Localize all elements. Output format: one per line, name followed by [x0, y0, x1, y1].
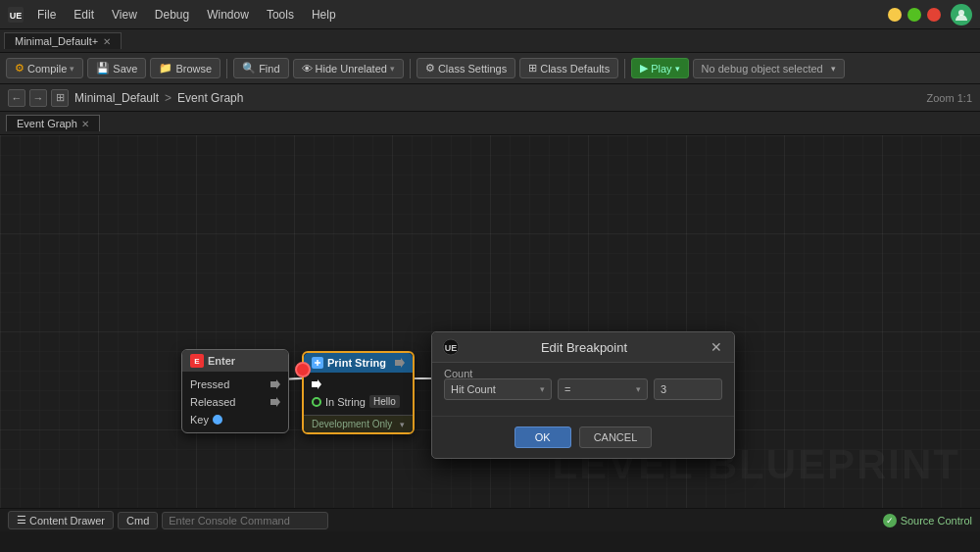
svg-text:UE: UE: [10, 11, 23, 21]
condition-chevron-icon: ▾: [540, 384, 545, 394]
pressed-label: Pressed: [190, 378, 229, 390]
print-string-title: Print String: [327, 357, 386, 369]
source-control-indicator[interactable]: ✓ Source Control: [883, 514, 972, 527]
forward-button[interactable]: →: [29, 89, 47, 107]
in-string-pin-dot: [312, 397, 321, 407]
operator-selected-label: =: [564, 383, 570, 395]
back-button[interactable]: ←: [8, 89, 25, 107]
app-icon: UE: [8, 7, 24, 23]
enter-node-header: E Enter: [182, 350, 288, 372]
breadcrumb-segment-1[interactable]: Minimal_Default: [74, 91, 159, 105]
browse-icon: 📁: [159, 62, 172, 75]
value-input[interactable]: [654, 378, 722, 400]
debug-object-select[interactable]: No debug object selected ▾: [693, 59, 845, 78]
menu-window[interactable]: Window: [199, 6, 257, 24]
breadcrumb-nav: ← → ⊞: [8, 89, 69, 107]
tab-close-button[interactable]: ✕: [103, 36, 111, 47]
console-command-input[interactable]: [162, 512, 328, 529]
operator-chevron-icon: ▾: [636, 384, 641, 394]
print-exec-out-pin: [395, 358, 405, 368]
released-pin-arrow: [270, 397, 280, 407]
tab-label: Minimal_Default+: [15, 35, 98, 47]
in-string-label: In String: [325, 396, 366, 408]
close-button[interactable]: [927, 8, 941, 22]
play-button[interactable]: ▶ Play ▾: [631, 58, 688, 78]
dialog-body: Hit Count ▾ = ▾: [432, 363, 734, 416]
graph-area[interactable]: E Enter Pressed Released Key Print Strin…: [0, 135, 980, 508]
enter-node[interactable]: E Enter Pressed Released Key: [181, 349, 289, 433]
save-label: Save: [113, 63, 137, 75]
compile-button[interactable]: ⚙ Compile ▾: [6, 58, 83, 78]
find-button[interactable]: 🔍 Find: [233, 58, 288, 78]
tab-minimal-default[interactable]: Minimal_Default+ ✕: [4, 32, 122, 49]
user-avatar[interactable]: [951, 4, 972, 25]
pin-key: Key: [182, 411, 288, 428]
event-graph-tab-label: Event Graph: [17, 118, 77, 129]
condition-select[interactable]: Hit Count ▾: [444, 378, 552, 400]
toolbar: ⚙ Compile ▾ 💾 Save 📁 Browse 🔍 Find 👁 Hid…: [0, 53, 980, 84]
dialog-close-button[interactable]: ✕: [709, 339, 724, 355]
hide-unrelated-dropdown-icon[interactable]: ▾: [390, 64, 395, 74]
compile-label: Compile: [27, 63, 67, 75]
class-settings-icon: ⚙: [425, 62, 435, 75]
menu-view[interactable]: View: [104, 6, 145, 24]
compile-dropdown-icon[interactable]: ▾: [70, 64, 74, 74]
save-button[interactable]: 💾 Save: [87, 58, 146, 78]
menu-file[interactable]: File: [29, 6, 64, 24]
menu-tools[interactable]: Tools: [259, 6, 302, 24]
print-string-header: Print String: [304, 353, 413, 373]
find-icon: 🔍: [242, 62, 256, 75]
status-left: ☰ Content Drawer Cmd: [8, 511, 328, 529]
breadcrumb-bar: ← → ⊞ Minimal_Default > Event Graph Zoom…: [0, 84, 980, 112]
status-right: ✓ Source Control: [883, 514, 972, 527]
in-string-value: Hello: [369, 395, 400, 408]
operator-select[interactable]: = ▾: [558, 378, 648, 400]
enter-node-title: Enter: [208, 355, 235, 367]
menu-debug[interactable]: Debug: [147, 6, 197, 24]
hide-unrelated-button[interactable]: 👁 Hide Unrelated ▾: [293, 59, 404, 78]
svg-text:UE: UE: [445, 343, 458, 353]
menu-help[interactable]: Help: [304, 6, 344, 24]
debug-object-label: No debug object selected: [702, 63, 823, 75]
browse-label: Browse: [175, 63, 212, 75]
panel-tab-bar: Event Graph ✕: [0, 112, 980, 135]
separator-2: [410, 59, 411, 78]
print-string-body: In String Hello: [304, 373, 413, 415]
source-control-check-icon: ✓: [883, 514, 897, 527]
home-button[interactable]: ⊞: [51, 89, 69, 107]
zoom-indicator: Zoom 1:1: [927, 92, 972, 104]
play-dropdown-icon[interactable]: ▾: [675, 64, 680, 74]
play-label: Play: [651, 63, 671, 75]
breadcrumb-separator: >: [165, 91, 172, 105]
cancel-button[interactable]: CANCEL: [579, 427, 653, 448]
content-drawer-label: Content Drawer: [29, 515, 105, 527]
class-settings-label: Class Settings: [438, 63, 507, 75]
minimize-button[interactable]: [888, 8, 902, 22]
menu-edit[interactable]: Edit: [66, 6, 102, 24]
pin-pressed: Pressed: [182, 376, 288, 393]
separator-3: [624, 59, 625, 78]
class-defaults-label: Class Defaults: [540, 63, 610, 75]
menu-bar: File Edit View Debug Window Tools Help: [29, 6, 344, 24]
cmd-label: Cmd: [118, 512, 158, 529]
statusbar: ☰ Content Drawer Cmd ✓ Source Control: [0, 508, 980, 531]
pin-released: Released: [182, 393, 288, 411]
ok-button[interactable]: OK: [514, 427, 571, 448]
maximize-button[interactable]: [907, 8, 921, 22]
class-defaults-button[interactable]: ⊞ Class Defaults: [519, 58, 618, 78]
key-label: Key: [190, 414, 209, 426]
print-node-icon: [312, 357, 323, 369]
dialog-titlebar: UE Edit Breakpoint ✕: [432, 332, 734, 363]
event-graph-tab-close[interactable]: ✕: [81, 119, 89, 129]
dialog-title: Edit Breakpoint: [460, 340, 709, 355]
breadcrumb-segment-2[interactable]: Event Graph: [177, 91, 243, 105]
content-drawer-icon: ☰: [17, 514, 26, 527]
print-exec-in-pin: [304, 376, 413, 392]
play-icon: ▶: [640, 62, 648, 75]
content-drawer-button[interactable]: ☰ Content Drawer: [8, 511, 114, 529]
browse-button[interactable]: 📁 Browse: [150, 58, 220, 78]
class-settings-button[interactable]: ⚙ Class Settings: [416, 58, 515, 78]
separator-1: [226, 59, 227, 78]
print-string-node[interactable]: Print String In String Hello Development…: [302, 351, 415, 434]
event-graph-tab[interactable]: Event Graph ✕: [6, 115, 100, 131]
